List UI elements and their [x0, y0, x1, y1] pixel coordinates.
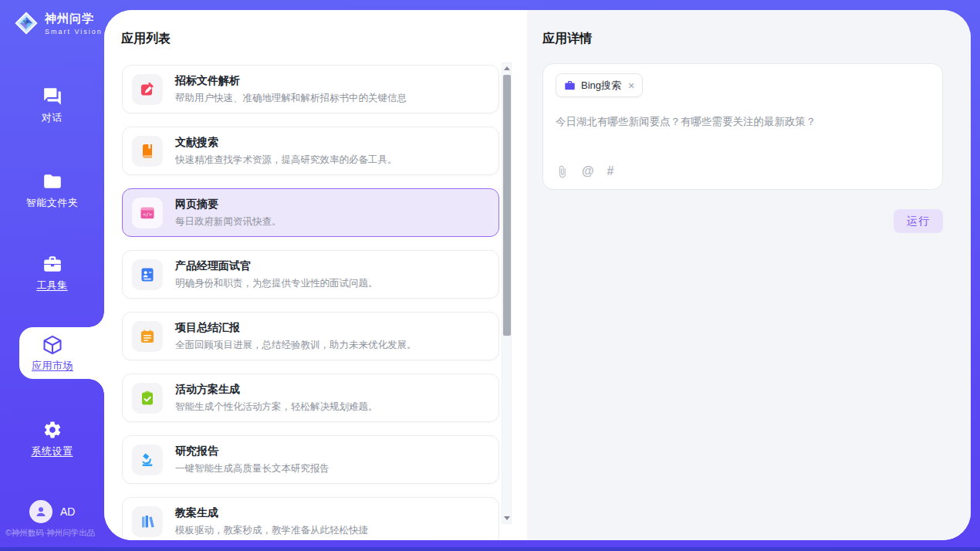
scrollbar-thumb[interactable]	[503, 75, 511, 336]
chip-close-icon[interactable]: ×	[628, 80, 634, 91]
tool-chip-bing-search[interactable]: Bing搜索 ×	[556, 73, 643, 97]
sidebar-item-label: 应用市场	[32, 359, 73, 373]
app-card-title: 项目总结汇报	[175, 321, 417, 335]
logo-subtitle: Smart Vision	[45, 28, 103, 35]
sidebar-item-chat[interactable]: 对话	[0, 86, 104, 125]
clipboard-check-icon	[132, 383, 163, 414]
run-button[interactable]: 运行	[894, 209, 943, 233]
sidebar-item-label: 智能文件夹	[26, 196, 79, 210]
app-card-description: 快速精准查找学术资源，提高研究效率的必备工具。	[175, 154, 397, 167]
microscope-icon	[132, 445, 163, 475]
app-card[interactable]: 产品经理面试官 明确身份和职责，为您提供专业性的面试问题。	[122, 250, 499, 299]
scrollbar-up-button[interactable]	[502, 63, 511, 73]
cube-icon	[42, 334, 63, 356]
bottom-edge-bar	[0, 547, 980, 551]
chat-icon	[42, 86, 63, 106]
app-card-title: 网页摘要	[175, 198, 282, 211]
folder-icon	[42, 171, 63, 191]
logo-title: 神州问学	[45, 12, 103, 26]
sidebar-item-settings[interactable]: 系统设置	[0, 420, 104, 458]
sidebar-item-smart-folder[interactable]: 智能文件夹	[0, 171, 104, 210]
app-card[interactable]: 活动方案生成 智能生成个性化活动方案，轻松解决规划难题。	[122, 374, 499, 422]
app-card[interactable]: </> 网页摘要 每日政府新闻资讯快查。	[122, 188, 499, 237]
app-list-panel: 应用列表 招标文件解析 帮助用户快速、准确地理解和解析招标书中的关键信息 文献搜…	[104, 10, 527, 540]
sidebar-item-label: 对话	[42, 111, 63, 125]
book-icon	[132, 136, 163, 167]
app-card[interactable]: 文献搜索 快速精准查找学术资源，提高研究效率的必备工具。	[122, 127, 499, 175]
prompt-editor[interactable]: Bing搜索 × 今日湖北有哪些新闻要点？有哪些需要关注的最新政策？ @ #	[542, 63, 943, 190]
sidebar-item-label: 系统设置	[32, 445, 73, 458]
app-detail-panel: 应用详情 Bing搜索 × 今日湖北有哪些新闻要点？有哪些需要关注的最新政策？ …	[527, 10, 971, 540]
browser-icon: </>	[132, 198, 163, 228]
app-card[interactable]: 项目总结汇报 全面回顾项目进展，总结经验教训，助力未来优化发展。	[122, 312, 499, 360]
app-card[interactable]: 研究报告 一键智能生成高质量长文本研究报告	[122, 435, 499, 484]
app-card-description: 帮助用户快速、准确地理解和解析招标书中的关键信息	[175, 92, 407, 105]
app-card-title: 招标文件解析	[175, 74, 407, 88]
tool-chip-label: Bing搜索	[581, 79, 621, 93]
sidebar: 神州问学 Smart Vision 对话 智能文件夹 工具集 应用市场	[0, 0, 104, 551]
sidebar-item-toolset[interactable]: 工具集	[0, 254, 104, 292]
app-card-title: 教案生成	[175, 506, 368, 520]
app-card-description: 明确身份和职责，为您提供专业性的面试问题。	[175, 277, 378, 290]
app-list-scrollbar[interactable]	[502, 63, 512, 524]
interview-icon	[132, 259, 163, 290]
app-detail-title: 应用详情	[542, 31, 592, 47]
triangle-up-icon	[504, 66, 510, 70]
user-account[interactable]: AD	[29, 500, 75, 523]
person-icon	[34, 505, 48, 519]
diamond-logo-icon	[14, 11, 39, 35]
paperclip-icon[interactable]	[556, 165, 569, 178]
prompt-toolbar: @ #	[556, 164, 614, 178]
app-card-description: 全面回顾项目进展，总结经验教训，助力未来优化发展。	[175, 339, 417, 352]
sidebar-footer-credit: ©神州数码·神州问学出品	[5, 528, 104, 539]
gear-icon	[42, 420, 63, 440]
app-card-description: 每日政府新闻资讯快查。	[175, 215, 282, 228]
edit-icon	[132, 74, 163, 105]
app-card[interactable]: 招标文件解析 帮助用户快速、准确地理解和解析招标书中的关键信息	[122, 65, 499, 113]
triangle-down-icon	[504, 516, 510, 520]
app-card-title: 产品经理面试官	[175, 259, 378, 273]
svg-text:</>: </>	[143, 211, 152, 218]
sidebar-item-app-market[interactable]: 应用市场	[19, 327, 104, 379]
books-icon	[132, 506, 163, 537]
toolbox-icon	[42, 254, 63, 274]
prompt-text[interactable]: 今日湖北有哪些新闻要点？有哪些需要关注的最新政策？	[556, 114, 930, 130]
scrollbar-down-button[interactable]	[502, 513, 511, 523]
app-list-title: 应用列表	[121, 31, 171, 47]
main-content: 应用列表 招标文件解析 帮助用户快速、准确地理解和解析招标书中的关键信息 文献搜…	[104, 10, 971, 540]
sidebar-item-label: 工具集	[36, 279, 68, 292]
at-icon[interactable]: @	[582, 164, 594, 178]
app-card-description: 一键智能生成高质量长文本研究报告	[175, 462, 329, 475]
user-name: AD	[60, 505, 75, 518]
app-card-title: 活动方案生成	[175, 383, 378, 397]
calendar-icon	[132, 321, 163, 352]
app-card-title: 研究报告	[175, 445, 329, 458]
app-card[interactable]: 教案生成 模板驱动，教案秒成，教学准备从此轻松快捷	[122, 497, 499, 540]
app-card-description: 智能生成个性化活动方案，轻松解决规划难题。	[175, 401, 378, 414]
hash-icon[interactable]: #	[607, 164, 614, 178]
app-card-title: 文献搜索	[175, 136, 397, 150]
avatar	[29, 500, 52, 523]
app-logo: 神州问学 Smart Vision	[14, 11, 103, 35]
app-card-description: 模板驱动，教案秒成，教学准备从此轻松快捷	[175, 524, 368, 537]
briefcase-icon	[564, 79, 576, 91]
app-list: 招标文件解析 帮助用户快速、准确地理解和解析招标书中的关键信息 文献搜索 快速精…	[122, 65, 499, 540]
